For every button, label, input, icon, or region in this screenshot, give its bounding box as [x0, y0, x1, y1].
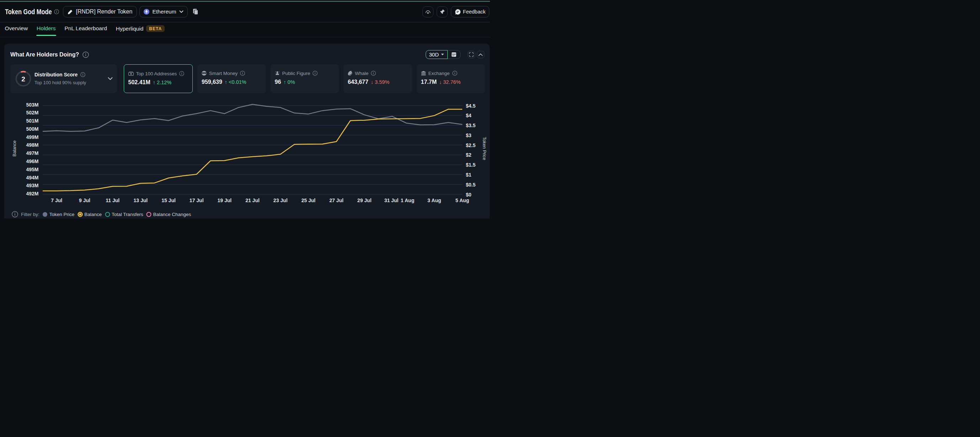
svg-text:2: 2	[21, 75, 25, 82]
